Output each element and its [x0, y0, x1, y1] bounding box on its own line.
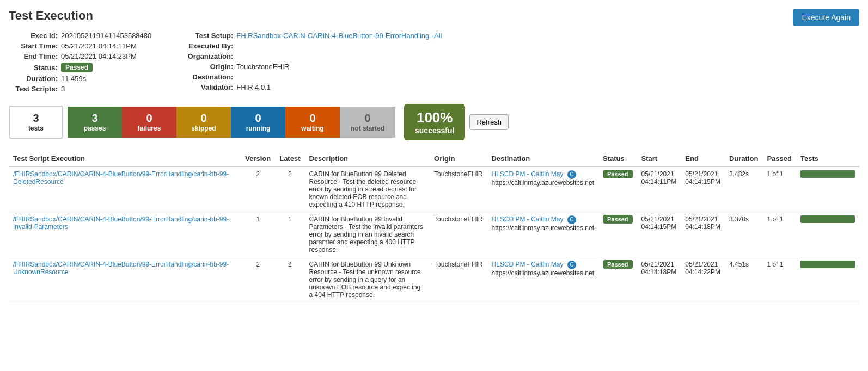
cell-script-link[interactable]: /FHIRSandbox/CARIN/CARIN-4-BlueButton/99… [9, 257, 241, 302]
passes-num: 3 [91, 112, 97, 125]
cell-passed: 1 of 1 [762, 166, 796, 212]
cell-status: Passed [598, 257, 637, 302]
cell-origin: TouchstoneFHIR [430, 166, 487, 212]
table-row: /FHIRSandbox/CARIN/CARIN-4-BlueButton/99… [9, 212, 859, 257]
skipped-box: 0 skipped [176, 107, 231, 138]
cell-description: CARIN for BlueButton 99 Invalid Paramete… [305, 212, 430, 257]
table-row: /FHIRSandbox/CARIN/CARIN-4-BlueButton/99… [9, 166, 859, 212]
exec-id-value: 20210521191411453588480 [61, 32, 151, 40]
not-started-num: 0 [364, 112, 370, 125]
col-tests: Tests [796, 151, 859, 166]
not-started-box: 0 not started [340, 107, 395, 138]
col-status: Status [598, 151, 637, 166]
cell-script-link[interactable]: /FHIRSandbox/CARIN/CARIN-4-BlueButton/99… [9, 212, 241, 257]
progress-bar [800, 261, 855, 268]
start-time-value: 05/21/2021 04:14:11PM [61, 42, 137, 50]
test-setup-link[interactable]: FHIRSandbox-CARIN-CARIN-4-BlueButton-99-… [236, 32, 442, 40]
col-end: End [681, 151, 725, 166]
status-badge: Passed [61, 63, 93, 72]
dest-url: https://caitlinmay.azurewebsites.net [491, 179, 594, 187]
cell-version: 2 [241, 257, 275, 302]
col-duration: Duration [725, 151, 762, 166]
test-execution-table: Test Script Execution Version Latest Des… [9, 151, 859, 302]
waiting-box: 0 waiting [285, 107, 340, 138]
c-badge: C [567, 261, 576, 269]
cell-start: 05/21/202104:14:15PM [637, 212, 681, 257]
cell-end: 05/21/202104:14:15PM [681, 166, 725, 212]
cell-passed: 1 of 1 [762, 257, 796, 302]
passes-lbl: passes [84, 125, 106, 132]
col-version: Version [241, 151, 275, 166]
executed-by-label: Executed By: [184, 42, 233, 50]
cell-tests-bar [796, 166, 859, 212]
total-tests-num: 3 [33, 112, 39, 125]
organization-label: Organization: [184, 52, 233, 60]
validator-label: Validator: [184, 83, 233, 91]
waiting-lbl: waiting [301, 125, 323, 132]
col-test-script: Test Script Execution [9, 151, 241, 166]
total-tests-lbl: tests [28, 125, 44, 132]
validator-value: FHIR 4.0.1 [236, 83, 271, 91]
running-num: 0 [255, 112, 261, 125]
cell-start: 05/21/202104:14:18PM [637, 257, 681, 302]
script-link: /FHIRSandbox/CARIN/CARIN-4-BlueButton/99… [13, 170, 229, 186]
page-title: Test Execution [9, 9, 93, 23]
end-time-value: 05/21/2021 04:14:23PM [61, 52, 137, 60]
cell-description: CARIN for BlueButton 99 Deleted Resource… [305, 166, 430, 212]
refresh-button[interactable]: Refresh [469, 114, 509, 130]
cell-passed: 1 of 1 [762, 212, 796, 257]
status-label: Status: [9, 64, 58, 72]
cell-duration: 3.482s [725, 166, 762, 212]
waiting-num: 0 [309, 112, 315, 125]
cell-version: 1 [241, 212, 275, 257]
cell-latest: 2 [275, 166, 304, 212]
running-box: 0 running [231, 107, 285, 138]
cell-start: 05/21/202104:14:11PM [637, 166, 681, 212]
cell-origin: TouchstoneFHIR [430, 257, 487, 302]
success-box: 100% successful [404, 104, 465, 140]
col-description: Description [305, 151, 430, 166]
cell-description: CARIN for BlueButton 99 Unknown Resource… [305, 257, 430, 302]
progress-bar [800, 215, 855, 223]
success-pct: 100% [415, 109, 454, 126]
status-badge: Passed [603, 215, 633, 224]
origin-label: Origin: [184, 63, 233, 71]
not-started-lbl: not started [351, 125, 384, 132]
status-badge: Passed [603, 260, 633, 269]
col-origin: Origin [430, 151, 487, 166]
cell-duration: 3.370s [725, 212, 762, 257]
skipped-num: 0 [200, 112, 206, 125]
destination-label: Destination: [184, 73, 233, 81]
cell-duration: 4.451s [725, 257, 762, 302]
cell-version: 2 [241, 166, 275, 212]
origin-value: TouchstoneFHIR [236, 63, 289, 71]
start-time-label: Start Time: [9, 42, 58, 50]
running-lbl: running [246, 125, 271, 132]
cell-end: 05/21/202104:14:22PM [681, 257, 725, 302]
col-destination: Destination [487, 151, 598, 166]
status-badge: Passed [603, 170, 633, 178]
col-start: Start [637, 151, 681, 166]
cell-destination: HLSCD PM - Caitlin May C https://caitlin… [487, 166, 598, 212]
cell-script-link[interactable]: /FHIRSandbox/CARIN/CARIN-4-BlueButton/99… [9, 166, 241, 212]
table-row: /FHIRSandbox/CARIN/CARIN-4-BlueButton/99… [9, 257, 859, 302]
col-passed: Passed [762, 151, 796, 166]
progress-bar [800, 170, 855, 178]
test-scripts-value: 3 [61, 85, 65, 93]
cell-status: Passed [598, 166, 637, 212]
cell-destination: HLSCD PM - Caitlin May C https://caitlin… [487, 212, 598, 257]
c-badge: C [567, 215, 576, 224]
test-scripts-label: Test Scripts: [9, 85, 58, 93]
script-link: /FHIRSandbox/CARIN/CARIN-4-BlueButton/99… [13, 261, 229, 276]
end-time-label: End Time: [9, 52, 58, 60]
exec-id-label: Exec Id: [9, 32, 58, 40]
cell-status: Passed [598, 212, 637, 257]
skipped-lbl: skipped [191, 125, 216, 132]
execute-again-button[interactable]: Execute Again [793, 9, 859, 26]
cell-destination: HLSCD PM - Caitlin May C https://caitlin… [487, 257, 598, 302]
dest-link: HLSCD PM - Caitlin May [491, 261, 563, 268]
table-header-row: Test Script Execution Version Latest Des… [9, 151, 859, 166]
duration-label: Duration: [9, 75, 58, 83]
dest-link: HLSCD PM - Caitlin May [491, 215, 563, 223]
script-link: /FHIRSandbox/CARIN/CARIN-4-BlueButton/99… [13, 215, 229, 231]
